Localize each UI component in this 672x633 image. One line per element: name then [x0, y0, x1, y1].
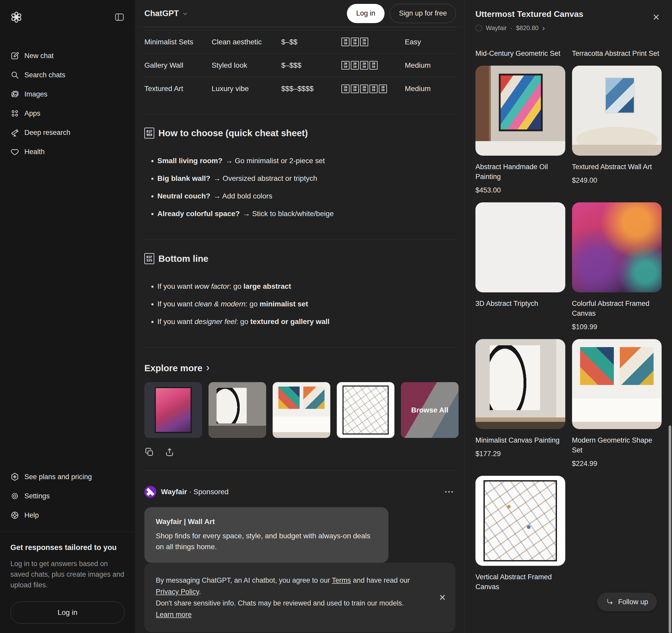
- product-card[interactable]: Colorful Abstract Framed Canvas $109.99: [572, 202, 662, 332]
- sidebar-item-help[interactable]: Help: [0, 506, 135, 525]
- star-rating: 2B502B502B502B50: [341, 61, 405, 70]
- star-emoji-tofu-icon: 2B50: [360, 37, 368, 46]
- telescope-icon: [10, 128, 20, 137]
- product-card[interactable]: Vertical Abstract Framed Canvas: [476, 476, 565, 592]
- sponsored-byline: Wayfair · Sponsored: [161, 488, 229, 496]
- sidebar-item-settings[interactable]: Settings: [0, 486, 135, 506]
- product-title: Textured Abstract Wall Art: [572, 162, 662, 172]
- sidebar-item-label: Apps: [24, 109, 41, 118]
- star-emoji-tofu-icon: 2B50: [360, 61, 368, 70]
- table-row: Textured Art Luxury vibe $$$–$$$$ 2B502B…: [144, 77, 455, 100]
- product-card[interactable]: 3D Abstract Triptych: [476, 202, 565, 332]
- list-item: Small living room? → Go minimalist or 2-…: [158, 155, 455, 166]
- cell-price: $$$–$$$$: [281, 84, 341, 93]
- star-rating: 2B502B502B50: [341, 37, 405, 46]
- list-item: Neutral couch? → Add bold colors: [158, 191, 455, 201]
- sidebar-item-deep-research[interactable]: Deep research: [0, 123, 135, 142]
- product-grid: Mid-Century Geometric Set Terracotta Abs…: [476, 42, 662, 592]
- sidebar-item-plans[interactable]: See plans and pricing: [0, 467, 135, 486]
- product-card[interactable]: Textured Abstract Wall Art $249.00: [572, 66, 662, 195]
- sidebar-item-apps[interactable]: Apps: [0, 104, 135, 123]
- explore-thumb-1[interactable]: [144, 382, 202, 438]
- new-chat-icon: [10, 51, 20, 61]
- heart-icon: [10, 147, 20, 157]
- close-icon[interactable]: ×: [439, 592, 446, 603]
- product-image: [476, 66, 565, 156]
- model-switcher[interactable]: ChatGPT: [144, 8, 188, 19]
- product-price: $453.00: [476, 185, 565, 195]
- merchant-favicon: [476, 25, 482, 31]
- sidebar-item-label: Settings: [24, 492, 50, 500]
- sidebar-item-new-chat[interactable]: New chat: [0, 46, 135, 66]
- sidebar-item-images[interactable]: Images: [0, 84, 135, 104]
- login-button[interactable]: Log in: [347, 4, 385, 23]
- list-item: Big blank wall? → Oversized abstract or …: [158, 173, 455, 184]
- explore-more-link[interactable]: Explore more ›: [144, 363, 455, 373]
- main-chat-area: ChatGPT Log in Sign up for free Minimali…: [135, 0, 465, 633]
- learn-more-link[interactable]: Learn more: [156, 611, 192, 618]
- share-icon[interactable]: [165, 447, 174, 457]
- comparison-table: Minimalist Sets Clean aesthetic $–$$ 2B5…: [144, 27, 455, 100]
- sidebar-header: [0, 7, 135, 27]
- more-options-icon[interactable]: [442, 488, 455, 495]
- lifebuoy-icon: [10, 510, 20, 520]
- sidebar-nav: New chat Search chats Images Apps: [0, 46, 135, 161]
- product-card[interactable]: Abstract Handmade Oil Painting $453.00: [476, 66, 565, 195]
- sponsored-card[interactable]: Wayfair | Wall Art Shop finds for every …: [144, 507, 388, 563]
- product-card[interactable]: Modern Geometric Shape Set $224.99: [572, 339, 662, 469]
- product-image: [476, 476, 565, 566]
- sidebar-item-health[interactable]: Health: [0, 142, 135, 161]
- product-panel-header: Uttermost Textured Canvas Wayfair · $820…: [476, 0, 662, 32]
- browse-all-thumb[interactable]: Browse All: [401, 382, 459, 438]
- product-card[interactable]: Terracotta Abstract Print Set: [572, 42, 662, 58]
- disclaimer-text: Don't share sensitive info. Chats may be…: [156, 599, 404, 607]
- bottom-line-heading: 01F525 Bottom line: [144, 253, 455, 264]
- auth-actions: Log in Sign up for free: [347, 4, 456, 23]
- bottom-line-list: If you want wow factor: go large abstrac…: [144, 274, 455, 334]
- search-icon: [10, 70, 20, 80]
- explore-thumb-2[interactable]: [209, 382, 266, 438]
- product-price: $177.29: [476, 449, 565, 459]
- sidebar-item-search-chats[interactable]: Search chats: [0, 66, 135, 84]
- terms-link[interactable]: Terms: [332, 577, 351, 584]
- privacy-link[interactable]: Privacy Policy: [156, 588, 199, 596]
- star-emoji-tofu-icon: 2B50: [351, 84, 359, 93]
- product-price: $109.99: [572, 322, 662, 332]
- disclaimer-banner: By messaging ChatGPT, an AI chatbot, you…: [144, 563, 455, 632]
- product-title: Vertical Abstract Framed Canvas: [476, 572, 565, 592]
- sidebar-item-label: Help: [24, 511, 39, 520]
- close-panel-icon[interactable]: ×: [653, 11, 659, 23]
- apps-grid-icon: [10, 108, 20, 118]
- explore-thumb-4[interactable]: [337, 382, 394, 438]
- images-icon: [10, 89, 20, 99]
- openai-logo-icon[interactable]: [10, 11, 22, 23]
- product-card[interactable]: Minimalist Canvas Painting $177.29: [476, 339, 565, 469]
- product-image: [476, 339, 565, 429]
- promo-body: Log in to get answers based on saved cha…: [10, 559, 125, 590]
- merchant-row[interactable]: Wayfair · $820.80 ›: [476, 24, 662, 32]
- product-title: Minimalist Canvas Painting: [476, 435, 565, 445]
- main-header: ChatGPT Log in Sign up for free: [135, 0, 465, 27]
- product-card[interactable]: Mid-Century Geometric Set: [476, 42, 565, 58]
- star-emoji-tofu-icon: 2B50: [341, 37, 350, 46]
- sponsored-card-title: Wayfair | Wall Art: [156, 517, 377, 526]
- star-emoji-tofu-icon: 2B50: [369, 84, 378, 93]
- wayfair-logo-icon: [144, 486, 156, 498]
- disclaimer-text: By messaging ChatGPT, an AI chatbot, you…: [156, 577, 332, 584]
- merchant-name: Wayfair: [486, 24, 507, 32]
- table-header-edge: [144, 27, 455, 30]
- sidebar-item-label: Images: [24, 90, 48, 98]
- sidebar-login-button[interactable]: Log in: [10, 601, 125, 624]
- star-emoji-tofu-icon: 2B50: [369, 61, 378, 70]
- product-panel: Uttermost Textured Canvas Wayfair · $820…: [465, 0, 672, 633]
- signup-button[interactable]: Sign up for free: [390, 4, 456, 23]
- cell-look: Styled look: [212, 61, 281, 70]
- follow-up-button[interactable]: Follow up: [597, 592, 657, 611]
- explore-thumb-3[interactable]: [273, 382, 330, 438]
- cheat-sheet-heading: 01F9E0 How to choose (quick cheat sheet): [144, 128, 455, 138]
- sidebar-toggle-icon[interactable]: [113, 10, 126, 24]
- panel-scrollbar-thumb[interactable]: [669, 426, 671, 633]
- copy-icon[interactable]: [144, 447, 154, 457]
- cell-effort: Medium: [405, 84, 455, 93]
- product-title: Modern Geometric Shape Set: [572, 435, 662, 455]
